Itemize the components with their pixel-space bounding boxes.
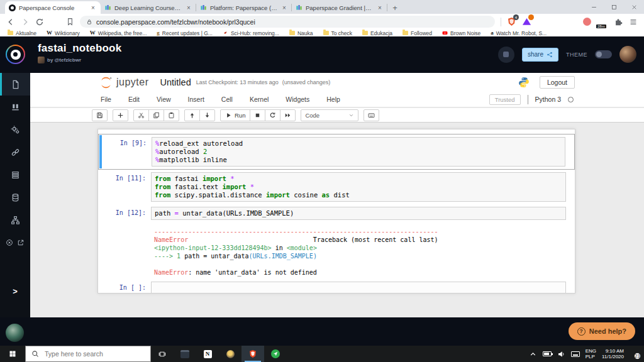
cell-input[interactable]: path = untar_data(URLs.IMDB_SAMPLE) <box>151 207 566 220</box>
taskbar-app-brave[interactable] <box>242 346 264 362</box>
sidebar-item-columns[interactable] <box>0 96 30 118</box>
command-palette-button[interactable] <box>364 109 379 121</box>
jupyter-menubar: FileEditViewInsertCellKernelWidgetsHelp … <box>30 92 644 107</box>
url-field[interactable]: console.paperspace.com/tefzlcbwr/noteboo… <box>80 16 495 28</box>
copy-button[interactable] <box>148 109 164 121</box>
clock[interactable]: 9:10 AM 11/1/2020 <box>602 348 624 359</box>
taskbar-search[interactable] <box>25 346 151 362</box>
stop-kernel-button[interactable] <box>250 109 265 121</box>
browser-tab[interactable]: Paperspace Console× <box>5 1 101 14</box>
search-input[interactable] <box>43 349 145 358</box>
battery-icon[interactable] <box>543 351 552 356</box>
user-avatar[interactable] <box>619 46 636 63</box>
bookmark-item[interactable]: Followed <box>402 30 432 36</box>
bookmark-item[interactable]: gRecent updates | G... <box>157 30 213 36</box>
need-help-button[interactable]: ? Need help? <box>569 322 635 340</box>
bookmark-item[interactable]: WWikipedia, the free... <box>90 30 147 36</box>
extension-icon-red[interactable] <box>583 18 591 26</box>
paste-button[interactable] <box>164 109 179 121</box>
restart-kernel-button[interactable] <box>265 109 280 121</box>
share-button[interactable]: share <box>522 48 558 62</box>
profile-avatar[interactable] <box>6 324 24 342</box>
language-indicator[interactable]: ENG PLP <box>586 348 596 359</box>
speaker-icon[interactable] <box>557 350 565 358</box>
taskbar-app-notion[interactable]: N <box>196 346 219 362</box>
move-down-button[interactable] <box>199 109 215 121</box>
jupyter-notebook-title[interactable]: Untitled <box>160 77 191 87</box>
task-view-button[interactable] <box>151 346 174 362</box>
sidebar-item-gears[interactable] <box>0 118 30 141</box>
window-close-button[interactable] <box>624 0 644 14</box>
restart-run-all-button[interactable] <box>280 109 296 121</box>
menu-edit[interactable]: Edit <box>128 96 140 103</box>
browser-tab[interactable]: Deep Learning Course Forums× <box>101 1 196 14</box>
code-cell[interactable]: In [11]:from fastai import * from fastai… <box>98 170 575 204</box>
window-minimize-button[interactable] <box>584 0 604 14</box>
browser-tab[interactable]: Platform: Paperspace (Free; Paid o× <box>196 1 292 14</box>
taskbar-app-generic[interactable] <box>219 346 242 362</box>
bookmark-item[interactable]: aWatch Mr. Robot, S... <box>491 30 547 36</box>
bookmark-item[interactable]: Edukacja <box>362 30 392 36</box>
sidebar-item-session[interactable] <box>0 231 30 254</box>
browser-tab[interactable]: Paperspace Gradient | Practical De× <box>292 1 387 14</box>
code-cell[interactable]: In [ ]: <box>98 279 575 293</box>
sidebar-item-database[interactable] <box>0 186 30 209</box>
save-button[interactable] <box>92 109 108 121</box>
brave-shield-extension-icon[interactable]: 4 <box>507 17 516 26</box>
cell-input[interactable] <box>151 282 566 293</box>
touch-keyboard-icon[interactable] <box>571 351 580 357</box>
back-icon[interactable] <box>6 18 15 26</box>
extensions-puzzle-icon[interactable] <box>614 18 623 26</box>
theme-toggle[interactable] <box>595 50 612 58</box>
tab-close-icon[interactable]: × <box>280 4 288 11</box>
code-cell[interactable]: In [9]:%reload_ext autoreload %autoreloa… <box>98 134 575 170</box>
logout-button[interactable]: Logout <box>540 76 575 89</box>
menu-widgets[interactable]: Widgets <box>286 96 309 103</box>
browser-menu-icon[interactable] <box>629 18 638 26</box>
code-cell[interactable]: In [12]:path = untar_data(URLs.IMDB_SAMP… <box>98 204 575 222</box>
menu-cell[interactable]: Cell <box>221 96 233 103</box>
cell-input[interactable]: from fastai import * from fastai.text im… <box>151 172 566 202</box>
cell-input[interactable]: %reload_ext autoreload %autoreload 2 %ma… <box>152 137 565 167</box>
stop-instance-button[interactable] <box>498 47 514 63</box>
menu-kernel[interactable]: Kernel <box>250 96 269 103</box>
bookmark-flag-icon[interactable] <box>66 18 74 26</box>
sidebar-item-rows[interactable] <box>0 163 30 186</box>
menu-file[interactable]: File <box>101 96 111 103</box>
start-button[interactable] <box>0 346 25 362</box>
window-maximize-button[interactable] <box>604 0 624 14</box>
bookmark-item[interactable]: Aktualne <box>8 30 36 36</box>
menu-help[interactable]: Help <box>326 96 340 103</box>
tab-close-icon[interactable]: × <box>376 4 384 11</box>
bookmark-item[interactable]: WWiktionary <box>47 30 80 36</box>
timer-extension-icon[interactable]: 28m <box>597 18 608 26</box>
reload-icon[interactable] <box>35 18 44 26</box>
tab-close-icon[interactable]: × <box>185 4 192 11</box>
bookmark-item[interactable]: Nauka <box>289 30 313 36</box>
cell-type-select[interactable]: Code <box>301 109 358 121</box>
bookmark-item[interactable]: Brown Noise <box>442 30 480 36</box>
tray-expand-icon[interactable] <box>529 350 537 358</box>
url-text[interactable]: console.paperspace.com/tefzlcbwr/noteboo… <box>96 18 255 26</box>
menu-view[interactable]: View <box>157 96 171 103</box>
add-cell-button[interactable] <box>113 109 128 121</box>
bookmark-item[interactable]: Sci-Hub: removing... <box>223 30 279 36</box>
notification-center-button[interactable]: 23 <box>630 350 639 358</box>
sidebar-item-notebook-file[interactable] <box>0 73 30 96</box>
down-icon <box>204 112 211 119</box>
forward-icon[interactable] <box>21 18 30 26</box>
taskbar-app-green[interactable] <box>264 346 287 362</box>
taskbar-app-console[interactable] <box>174 346 196 362</box>
menu-insert[interactable]: Insert <box>188 96 204 103</box>
sidebar-item-chain[interactable] <box>0 141 30 163</box>
sidebar-expand-chevron[interactable]: > <box>0 287 30 296</box>
new-tab-button[interactable]: + <box>387 1 402 14</box>
cut-button[interactable] <box>133 109 149 121</box>
adblock-extension-icon[interactable] <box>522 17 531 26</box>
bookmark-item[interactable]: To check <box>323 30 353 36</box>
move-up-button[interactable] <box>184 109 200 121</box>
tab-close-icon[interactable]: × <box>89 4 97 11</box>
run-button[interactable]: Run <box>220 109 250 121</box>
copy-icon <box>153 112 160 119</box>
sidebar-item-network[interactable] <box>0 209 30 231</box>
